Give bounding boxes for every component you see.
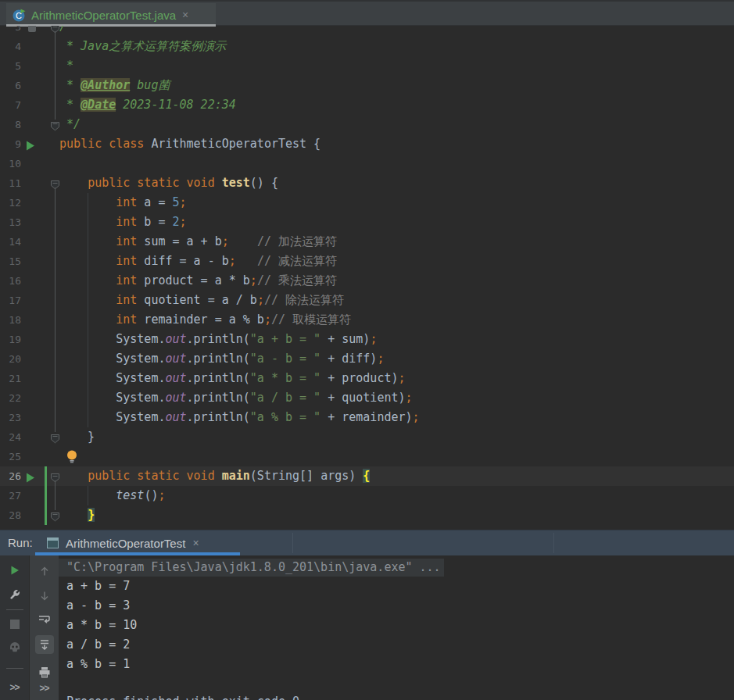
run-panel-bar: Run: ArithmeticOperatorTest × — [0, 530, 734, 555]
line-number: 16 — [0, 271, 21, 291]
run-toolbar: >> — [0, 555, 29, 700]
stop-icon[interactable] — [10, 620, 20, 629]
code-line: 6 * @Author bug菌 — [0, 76, 734, 95]
line-number: 28 — [0, 505, 21, 525]
toolbar-divider — [6, 609, 23, 610]
code-text: test(); — [59, 486, 165, 505]
code-text: } — [59, 427, 95, 447]
code-line: 16 int product = a * b;// 乘法运算符 — [0, 271, 734, 291]
code-line: 7 * @Date 2023-11-08 22:34 — [0, 95, 734, 115]
line-number: 7 — [0, 95, 21, 115]
line-number: 14 — [0, 232, 21, 252]
scrollend-icon[interactable] — [35, 635, 54, 654]
print-icon[interactable] — [38, 666, 51, 678]
code-line: 14 int sum = a + b; // 加法运算符 — [0, 232, 734, 252]
code-line: 8 */ — [0, 115, 734, 134]
code-text: * — [59, 56, 73, 76]
line-number: 5 — [0, 56, 21, 76]
softwrap-icon[interactable] — [38, 613, 52, 626]
code-line: 28 } — [0, 505, 734, 525]
more-icon[interactable]: >> — [9, 682, 19, 693]
run-console: >> >> "C:\Program Files\Java\jdk1.8.0_20… — [0, 555, 734, 700]
run-gutter-icon[interactable] — [26, 139, 35, 149]
line-number: 17 — [0, 291, 21, 310]
line-number: 21 — [0, 369, 21, 388]
code-text: / — [59, 26, 66, 37]
down-icon[interactable] — [38, 590, 51, 602]
console-output-line: a + b = 7 — [59, 577, 734, 596]
code-line: 10 — [0, 154, 734, 173]
console-toolbar: >> — [29, 555, 59, 700]
console-output-line: a % b = 1 — [59, 655, 734, 674]
code-editor[interactable]: 3/4 * Java之算术运算符案例演示5 *6 * @Author bug菌7… — [0, 26, 734, 530]
code-line: 19 System.out.println("a + b = " + sum); — [0, 330, 734, 349]
code-text: int b = 2; — [59, 212, 187, 232]
code-line: 5 * — [0, 56, 734, 76]
vcs-change-bar — [45, 505, 47, 525]
fold-line-comment — [55, 31, 55, 120]
code-text: * @Author bug菌 — [59, 76, 170, 95]
console-output[interactable]: "C:\Program Files\Java\jdk1.8.0_201\bin\… — [59, 555, 734, 700]
code-text: public static void test() { — [59, 173, 278, 193]
ide-window: C ArithmeticOperatorTest.java × 3/4 * Ja… — [0, 0, 734, 700]
console-output-line: a - b = 3 — [59, 596, 734, 616]
line-number: 23 — [0, 408, 21, 427]
line-number: 11 — [0, 173, 21, 193]
code-line: 20 System.out.println("a - b = " + diff)… — [0, 349, 734, 369]
line-number: 26 — [0, 466, 21, 486]
code-line: 24 } — [0, 427, 734, 447]
run-gutter-icon[interactable] — [26, 471, 35, 481]
code-text: int sum = a + b; // 加法运算符 — [59, 232, 337, 252]
line-number: 15 — [0, 252, 21, 271]
code-text: */ — [59, 115, 81, 134]
code-line: 4 * Java之算术运算符案例演示 — [0, 37, 734, 56]
close-icon[interactable]: × — [192, 537, 199, 549]
code-line: 15 int diff = a - b; // 减法运算符 — [0, 252, 734, 271]
editor-tab[interactable]: C ArithmeticOperatorTest.java × — [6, 3, 216, 27]
line-number: 6 — [0, 76, 21, 95]
line-number: 3 — [0, 26, 21, 37]
code-line: 25 — [0, 447, 734, 466]
toolbar-divider — [6, 668, 23, 669]
bookmark-icon — [28, 26, 36, 32]
run-tab-title: ArithmeticOperatorTest — [66, 537, 185, 550]
more-icon[interactable]: >> — [39, 683, 48, 694]
line-number: 18 — [0, 310, 21, 330]
code-text: int quotient = a / b;// 除法运算符 — [59, 291, 344, 310]
code-line: 22 System.out.println("a / b = " + quoti… — [0, 388, 734, 408]
code-text: public static void main(String[] args) { — [59, 466, 370, 486]
code-line: 13 int b = 2; — [0, 212, 734, 232]
indent-guide — [88, 486, 88, 505]
kill-icon[interactable] — [9, 641, 21, 654]
code-text: System.out.println("a / b = " + quotient… — [59, 388, 413, 408]
console-output-line: a / b = 2 — [59, 635, 734, 655]
code-text: public class ArithmeticOperatorTest { — [59, 134, 320, 154]
code-line: 21 System.out.println("a * b = " + produ… — [0, 369, 734, 388]
line-number: 12 — [0, 193, 21, 212]
console-icon — [47, 538, 59, 548]
code-line: 23 System.out.println("a % b = " + remai… — [0, 408, 734, 427]
code-line: 26 public static void main(String[] args… — [0, 466, 734, 486]
code-line: 18 int remainder = a % b;// 取模运算符 — [0, 310, 734, 330]
line-number: 25 — [0, 447, 21, 466]
code-text: System.out.println("a % b = " + remainde… — [59, 408, 420, 427]
up-icon[interactable] — [38, 565, 51, 577]
run-bar-separator — [292, 533, 293, 553]
code-text: int a = 5; — [59, 193, 187, 212]
line-number: 22 — [0, 388, 21, 408]
fold-line-test-method — [55, 188, 55, 432]
settings-icon[interactable] — [9, 588, 21, 601]
code-text: * Java之算术运算符案例演示 — [59, 37, 226, 56]
intention-bulb-icon[interactable] — [66, 450, 77, 463]
close-icon[interactable]: × — [182, 9, 188, 21]
code-text: System.out.println("a - b = " + diff); — [59, 349, 384, 369]
rerun-icon[interactable] — [9, 565, 20, 576]
indent-guide — [88, 193, 88, 427]
code-line: 17 int quotient = a / b;// 除法运算符 — [0, 291, 734, 310]
editor-tab-title: ArithmeticOperatorTest.java — [31, 9, 176, 22]
run-tab[interactable]: ArithmeticOperatorTest × — [35, 530, 240, 555]
vcs-change-bar — [45, 486, 47, 505]
line-number: 20 — [0, 349, 21, 369]
line-number: 13 — [0, 212, 21, 232]
line-number: 9 — [0, 134, 21, 154]
